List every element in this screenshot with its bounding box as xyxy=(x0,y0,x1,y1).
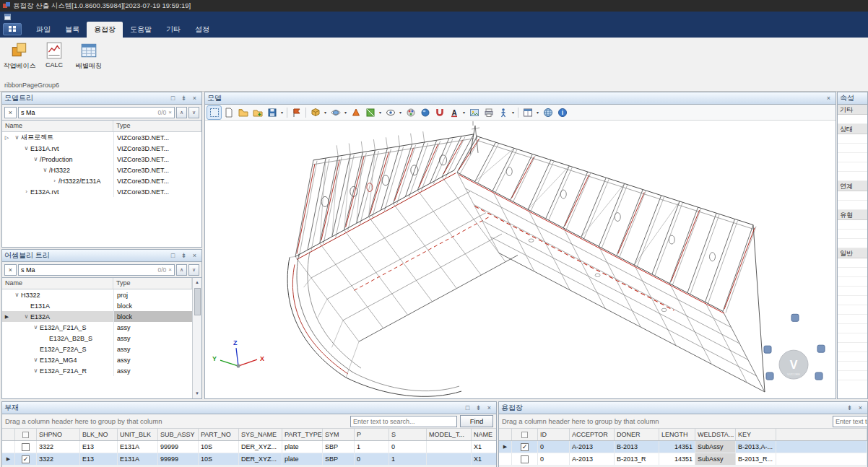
property-row[interactable] xyxy=(838,287,867,296)
vertical-scrollbar[interactable]: ▲ ▼ xyxy=(192,278,201,398)
property-row[interactable] xyxy=(838,258,867,268)
property-row[interactable] xyxy=(838,305,867,315)
select-tool-icon[interactable] xyxy=(207,106,221,119)
property-row[interactable] xyxy=(838,230,867,239)
expander-icon[interactable]: ∨ xyxy=(13,292,21,298)
clear-icon[interactable]: × xyxy=(168,266,172,273)
column-header[interactable]: NAME xyxy=(472,429,497,440)
expander-icon[interactable]: › xyxy=(22,188,30,195)
view-cube-icon[interactable] xyxy=(308,106,322,119)
ribbon-tab-block[interactable]: 블록 xyxy=(58,22,87,38)
add-folder-icon[interactable] xyxy=(251,106,264,119)
open-folder-icon[interactable] xyxy=(236,106,250,119)
dropdown-caret[interactable]: ▾ xyxy=(279,110,285,115)
property-row[interactable] xyxy=(838,144,867,153)
close-icon[interactable]: × xyxy=(190,251,199,261)
window-layout-icon[interactable] xyxy=(521,106,534,119)
orbit-icon[interactable] xyxy=(329,106,342,119)
ribbon-tab-help[interactable]: 도움말 xyxy=(123,22,159,38)
expander-icon[interactable]: ∨ xyxy=(22,313,30,320)
dropdown-caret[interactable]: ▾ xyxy=(323,110,328,115)
tree-row[interactable]: ∨E132A_MG4assy xyxy=(2,354,192,365)
sphere-icon[interactable] xyxy=(418,106,432,119)
pin-icon[interactable]: ⇟ xyxy=(845,403,854,413)
ribbon-tab-file[interactable]: 파일 xyxy=(29,22,58,38)
property-category[interactable]: 연계 xyxy=(838,181,867,191)
search-next-button[interactable]: ∨ xyxy=(188,107,199,118)
tree-row[interactable]: ∨E132A_F21A_Sassy xyxy=(2,322,192,333)
quick-access-icon[interactable] xyxy=(4,14,11,20)
column-header[interactable]: UNIT_BLK xyxy=(118,429,158,440)
expander-icon[interactable]: ∨ xyxy=(32,357,40,363)
column-header[interactable]: MODEL_T... xyxy=(427,429,472,440)
ship-match-button[interactable]: 배별매칭 xyxy=(72,40,105,77)
magnet-icon[interactable] xyxy=(433,106,446,119)
column-header[interactable]: PART_NO xyxy=(199,429,239,440)
weld-row-selected[interactable]: ▶ ✓ 0 A-2013 B-2013 14351 SubAssy B-2013… xyxy=(499,441,867,453)
find-button[interactable]: Find xyxy=(460,415,493,427)
dropdown-caret[interactable]: ▾ xyxy=(535,110,540,115)
property-row[interactable] xyxy=(838,324,867,333)
property-row[interactable] xyxy=(838,333,867,343)
column-header[interactable]: BLK_NO xyxy=(80,429,118,440)
tree-row[interactable]: E131Ablock xyxy=(2,300,192,311)
search-next-button[interactable]: ∨ xyxy=(188,264,199,276)
property-row[interactable] xyxy=(838,362,867,371)
column-header[interactable]: WELDSTA... xyxy=(695,429,736,440)
walkthrough-icon[interactable] xyxy=(496,106,510,119)
property-row[interactable] xyxy=(838,172,867,181)
column-header[interactable]: DONER xyxy=(615,429,659,440)
ribbon-tab-settings[interactable]: 설정 xyxy=(188,22,217,38)
row-checkbox[interactable]: ✓ xyxy=(521,443,529,451)
close-icon[interactable]: × xyxy=(824,94,833,103)
property-category[interactable]: 유형 xyxy=(838,210,867,220)
property-row[interactable] xyxy=(838,191,867,201)
column-name[interactable]: Name xyxy=(2,121,113,131)
expander-icon[interactable]: ∨ xyxy=(32,367,40,374)
tree-row[interactable]: E132A_F22A_Sassy xyxy=(2,344,192,354)
tree-row[interactable]: ∨E131A.rvtVIZCore3D.NET... xyxy=(2,143,201,154)
property-row[interactable] xyxy=(838,220,867,230)
expander-icon[interactable]: › xyxy=(51,178,58,184)
row-checkbox[interactable] xyxy=(22,443,30,451)
tree-row[interactable]: ∨/H3322VIZCore3D.NET... xyxy=(2,165,201,175)
column-name[interactable]: Name xyxy=(2,278,113,289)
property-row[interactable] xyxy=(838,352,867,362)
scroll-down-icon[interactable]: ▼ xyxy=(195,389,199,398)
printer-icon[interactable] xyxy=(482,106,495,119)
property-row[interactable] xyxy=(838,153,867,162)
select-all-checkbox[interactable] xyxy=(15,429,37,440)
parts-search-input[interactable] xyxy=(350,416,457,427)
parts-groupby-bar[interactable]: Drag a column header here to group by th… xyxy=(2,414,496,429)
weld-search-input[interactable] xyxy=(833,416,868,427)
property-row[interactable] xyxy=(838,201,867,210)
weld-groupby-bar[interactable]: Drag a column header here to group by th… xyxy=(499,414,867,429)
property-row[interactable] xyxy=(838,134,867,144)
property-row[interactable] xyxy=(838,268,867,277)
expander-icon[interactable]: ∨ xyxy=(22,145,30,152)
expander-icon[interactable]: ∨ xyxy=(13,134,21,141)
pin-icon[interactable]: ⇟ xyxy=(179,94,188,103)
column-header[interactable]: ID xyxy=(538,429,570,440)
column-header[interactable]: P xyxy=(355,429,389,440)
close-icon[interactable]: × xyxy=(485,403,494,413)
cone-icon[interactable] xyxy=(349,106,363,119)
property-category[interactable]: 일반 xyxy=(838,248,867,258)
calc-button[interactable]: CALC xyxy=(38,40,71,77)
workbase-button[interactable]: 작업베이스 xyxy=(3,40,36,77)
maximize-icon[interactable]: □ xyxy=(463,403,472,413)
clear-icon[interactable]: × xyxy=(168,109,172,115)
pin-icon[interactable]: ⇟ xyxy=(179,251,188,261)
column-header[interactable]: ACCEPTOR xyxy=(570,429,615,440)
search-input[interactable] xyxy=(21,109,156,116)
ribbon-tab-etc[interactable]: 기타 xyxy=(159,22,188,38)
column-header[interactable]: SUB_ASSY xyxy=(158,429,199,440)
column-header[interactable]: PART_TYPE xyxy=(282,429,323,440)
tag-icon[interactable] xyxy=(290,106,303,119)
new-file-icon[interactable] xyxy=(222,106,235,119)
column-header[interactable]: SHPNO xyxy=(37,429,80,440)
clear-search-button[interactable]: × xyxy=(4,264,17,276)
property-row[interactable] xyxy=(838,296,867,305)
tree-row[interactable]: ∨H3322proj xyxy=(2,289,192,300)
tree-row[interactable]: ∨E132A_F21A_Rassy xyxy=(2,365,192,376)
